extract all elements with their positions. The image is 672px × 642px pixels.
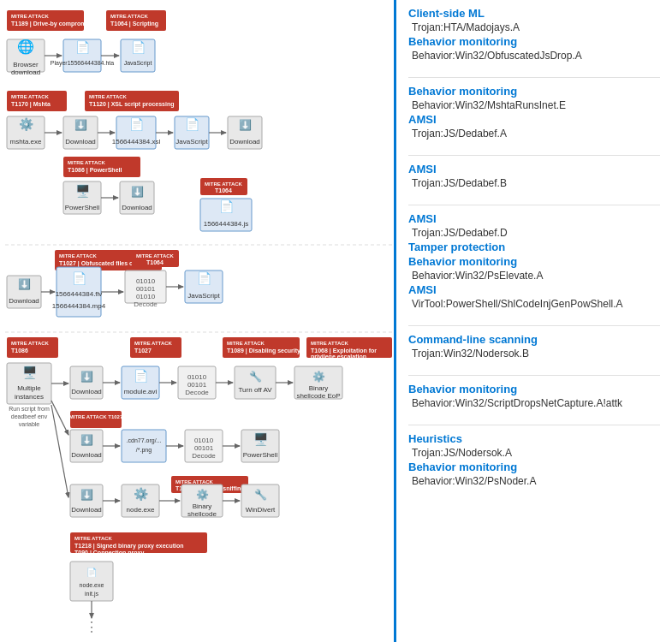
detection-title: AMSI <box>408 113 660 126</box>
detection-section-5: Command-line scanning Trojan:Win32/Noder… <box>408 333 660 366</box>
svg-text:MITRE ATTACK T1027: MITRE ATTACK T1027 <box>69 414 123 419</box>
svg-text:📄: 📄 <box>129 117 145 132</box>
svg-text:T1064 | Scripting: T1064 | Scripting <box>110 21 158 27</box>
svg-text:Binary: Binary <box>309 384 329 392</box>
svg-text:MITRE ATTACK: MITRE ATTACK <box>11 341 50 346</box>
detection-section-7: Heuristics Trojan:JS/Nodersok.A Behavior… <box>408 432 660 494</box>
svg-text:module.avi: module.avi <box>124 388 158 395</box>
detection-title: Behavior monitoring <box>408 85 660 98</box>
detection-title: AMSI <box>408 163 660 175</box>
svg-text:T1170 | Mshta: T1170 | Mshta <box>11 101 51 108</box>
detection-title: Behavior monitoring <box>408 35 660 48</box>
svg-text:⬇️: ⬇️ <box>18 277 31 290</box>
detection-title: Command-line scanning <box>408 333 660 346</box>
svg-text:T1089 | Disabling security too: T1089 | Disabling security tools <box>227 348 317 354</box>
svg-text:MITRE ATTACK: MITRE ATTACK <box>74 536 113 541</box>
svg-text:1566444384.xsl: 1566444384.xsl <box>112 138 161 146</box>
svg-text:⋮: ⋮ <box>85 620 98 634</box>
svg-text:T1086 | PowerShell: T1086 | PowerShell <box>68 167 122 174</box>
svg-text:MITRE ATTACK: MITRE ATTACK <box>11 94 50 99</box>
svg-text:MITRE ATTACK: MITRE ATTACK <box>89 94 128 99</box>
svg-text:🔧: 🔧 <box>254 488 267 501</box>
svg-text:📄: 📄 <box>197 271 212 286</box>
svg-text:📄: 📄 <box>185 117 200 132</box>
svg-text:Binary: Binary <box>193 502 212 510</box>
svg-text:Decode: Decode <box>185 389 209 396</box>
svg-text:.cdn77.org/...: .cdn77.org/... <box>127 437 162 444</box>
svg-text:T090 | Connection proxy: T090 | Connection proxy <box>74 550 144 556</box>
svg-text:00101: 00101 <box>187 381 207 389</box>
svg-text:Download: Download <box>229 138 260 146</box>
svg-text:MITRE ATTACK: MITRE ATTACK <box>68 160 106 165</box>
svg-text:/*.png: /*.png <box>136 447 152 454</box>
svg-text:Download: Download <box>9 297 39 305</box>
detection-value: Trojan:JS/Dedabef.D <box>412 227 660 239</box>
svg-text:Decode: Decode <box>192 452 216 460</box>
svg-text:Download: Download <box>71 388 102 395</box>
svg-text:download: download <box>11 68 40 76</box>
svg-text:shellcode: shellcode <box>187 510 217 518</box>
main-container: MITRE ATTACK T1189 | Drive-by compromise… <box>0 0 672 642</box>
detection-title: Behavior monitoring <box>408 383 660 395</box>
svg-text:deadbeef env: deadbeef env <box>11 413 48 419</box>
svg-text:⬇️: ⬇️ <box>131 185 144 198</box>
left-panel: MITRE ATTACK T1189 | Drive-by compromise… <box>0 0 394 642</box>
svg-text:Player15566444384.hta: Player15566444384.hta <box>51 60 114 67</box>
svg-text:JavaScript: JavaScript <box>175 138 208 146</box>
svg-text:Turn off AV: Turn off AV <box>239 386 273 394</box>
detection-title: Heuristics <box>408 432 660 445</box>
detection-value: Behavior:Win32/MshtaRunsInet.E <box>412 99 660 111</box>
detection-section-4: AMSI Trojan:JS/Dedabef.D Tamper protecti… <box>408 212 660 317</box>
svg-text:MITRE ATTACK: MITRE ATTACK <box>134 341 173 346</box>
svg-text:node.exe: node.exe <box>127 506 155 514</box>
detection-section-1: Client-side ML Trojan:HTA/Madojays.A Beh… <box>408 7 660 68</box>
svg-text:01010: 01010 <box>136 277 156 285</box>
svg-text:Download: Download <box>122 204 152 211</box>
detection-value: Behavior:Win32/PsElevate.A <box>412 270 660 282</box>
svg-text:00101: 00101 <box>136 285 156 293</box>
detection-value: Trojan:JS/Nodersok.A <box>412 447 660 459</box>
svg-text:init.js: init.js <box>85 591 98 597</box>
svg-rect-129 <box>70 411 122 428</box>
svg-text:⚙️: ⚙️ <box>19 117 34 132</box>
svg-text:⚙️: ⚙️ <box>134 487 149 502</box>
svg-text:T1218 | Signed binary proxy ex: T1218 | Signed binary proxy execution <box>74 543 184 550</box>
svg-text:Download: Download <box>71 451 102 459</box>
svg-text:PowerShell: PowerShell <box>243 451 278 459</box>
svg-text:T1189 | Drive-by compromise: T1189 | Drive-by compromise <box>11 21 94 27</box>
svg-text:T1086: T1086 <box>11 348 28 354</box>
detection-section-6: Behavior monitoring Behavior:Win32/Scrip… <box>408 383 660 416</box>
svg-text:MITRE ATTACK: MITRE ATTACK <box>59 253 98 259</box>
svg-text:⬇️: ⬇️ <box>80 488 93 501</box>
svg-text:Download: Download <box>71 506 102 514</box>
svg-text:JavaScript: JavaScript <box>187 292 220 300</box>
svg-text:MITRE ATTACK: MITRE ATTACK <box>205 181 243 187</box>
svg-text:JavaScript: JavaScript <box>124 60 152 67</box>
detection-value: Trojan:HTA/Madojays.A <box>412 21 660 33</box>
svg-text:MITRE ATTACK: MITRE ATTACK <box>11 14 50 19</box>
svg-text:1566444384.flv: 1566444384.flv <box>56 290 103 298</box>
svg-text:Browser: Browser <box>13 61 39 68</box>
svg-text:MITRE ATTACK: MITRE ATTACK <box>227 341 265 346</box>
svg-text:⬇️: ⬇️ <box>74 118 87 131</box>
svg-text:⬇️: ⬇️ <box>80 370 93 383</box>
detection-value: VirTool:PowerShell/ShlCodeInjGenPowShell… <box>412 298 660 310</box>
svg-text:🌐: 🌐 <box>17 39 34 55</box>
detection-section-2: Behavior monitoring Behavior:Win32/Mshta… <box>408 85 660 146</box>
svg-text:⬇️: ⬇️ <box>239 118 252 131</box>
detection-value: Behavior:Win32/PsNoder.A <box>412 475 660 487</box>
svg-text:MITRE ATTACK: MITRE ATTACK <box>136 253 175 259</box>
detection-title: Behavior monitoring <box>408 255 660 268</box>
svg-text:T1120 | XSL script processing: T1120 | XSL script processing <box>89 101 174 108</box>
svg-text:instances: instances <box>15 393 44 401</box>
svg-text:📄: 📄 <box>131 40 146 55</box>
svg-text:MITRE ATTACK: MITRE ATTACK <box>311 341 349 346</box>
svg-text:🖥️: 🖥️ <box>22 366 38 380</box>
svg-text:1566444384.mp4: 1566444384.mp4 <box>52 302 106 310</box>
svg-text:privilege escalation: privilege escalation <box>311 354 366 360</box>
detection-title: AMSI <box>408 212 660 225</box>
svg-text:T1064: T1064 <box>215 187 232 193</box>
svg-text:node.exe: node.exe <box>80 582 104 588</box>
svg-text:⚙️: ⚙️ <box>196 488 209 501</box>
svg-text:⚙️: ⚙️ <box>312 370 325 383</box>
